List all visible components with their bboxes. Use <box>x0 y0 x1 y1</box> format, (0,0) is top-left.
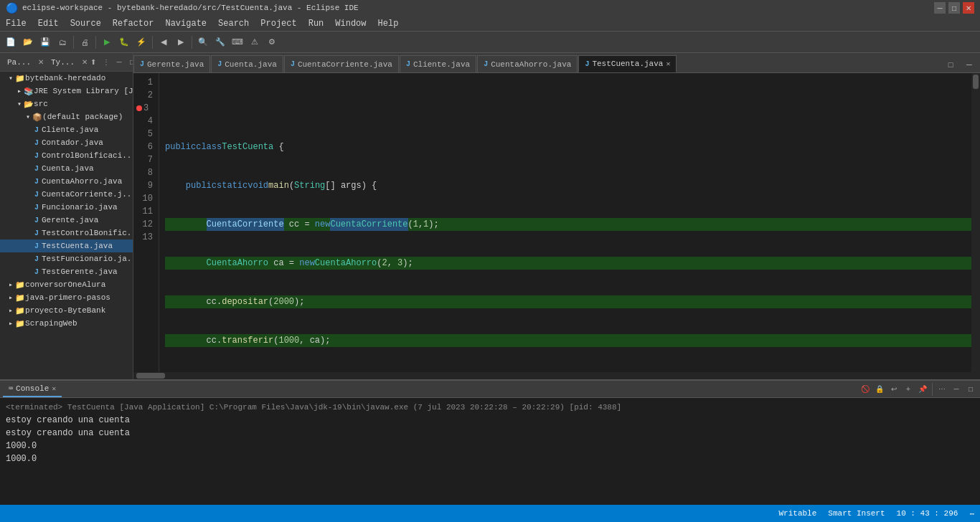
close-button[interactable]: ✕ <box>963 2 974 14</box>
console-button[interactable]: ⌨ <box>230 34 245 50</box>
chevron-right-icon: ▸ <box>9 319 13 328</box>
tree-conversor-project[interactable]: ▸ 📁 conversorOneAlura <box>0 278 133 291</box>
h-scrollbar-thumb[interactable] <box>136 373 165 379</box>
tree-contador-java[interactable]: J Contador.java <box>0 136 133 149</box>
new-button[interactable]: 📄 <box>3 34 19 50</box>
tree-label: TestFuncionario.ja... <box>42 255 133 263</box>
tab-cuentaahorro[interactable]: J CuentaAhorro.java <box>477 55 578 72</box>
save-button[interactable]: 💾 <box>37 34 53 50</box>
console-maximize-btn[interactable]: □ <box>964 383 977 396</box>
new-console-btn[interactable]: + <box>902 383 915 396</box>
menu-project[interactable]: Project <box>255 16 302 31</box>
horizontal-scrollbar[interactable] <box>133 372 980 379</box>
sidebar-menu-btn[interactable]: ⋮ <box>100 57 112 68</box>
console-tab-close[interactable]: ✕ <box>52 384 56 393</box>
console-tab-bar: ⌨ Console ✕ 🚫 🔒 ↩ + 📌 ⋯ ─ □ <box>0 381 980 398</box>
code-content[interactable]: public class TestCuenta { public static … <box>159 73 980 372</box>
sidebar-min-btn[interactable]: ─ <box>113 57 125 68</box>
settings-button[interactable]: ⚙ <box>264 34 280 50</box>
sidebar-tab-type[interactable]: Ty... <box>47 57 79 68</box>
java-icon: J <box>585 60 589 68</box>
sidebar-tab2-close[interactable]: ✕ <box>82 57 88 68</box>
tab-minimize-btn[interactable]: ─ <box>961 57 977 72</box>
status-right: Writable Smart Insert 10 : 43 : 296 ⋯ <box>779 509 974 518</box>
sidebar-collapse-btn[interactable]: ⬆ <box>88 57 99 68</box>
vertical-scrollbar[interactable] <box>971 73 980 372</box>
run-last-button[interactable]: ⚡ <box>133 34 149 50</box>
sidebar-max-btn[interactable]: □ <box>126 57 133 68</box>
tab-maximize-btn[interactable]: □ <box>943 57 958 72</box>
tree-cuentacorriente-java[interactable]: J CuentaCorriente.j... <box>0 188 133 201</box>
tree-cliente-java[interactable]: J Cliente.java <box>0 123 133 136</box>
open-button[interactable]: 📂 <box>20 34 36 50</box>
tree-src[interactable]: ▾ 📂 src <box>0 98 133 110</box>
chevron-right-icon: ▸ <box>9 280 13 289</box>
save-all-button[interactable]: 🗂 <box>55 34 70 50</box>
tree-java-primero[interactable]: ▸ 📁 java-primero-pasos <box>0 291 133 304</box>
scroll-lock-btn[interactable]: 🔒 <box>873 383 886 396</box>
console-tab[interactable]: ⌨ Console ✕ <box>3 381 62 397</box>
refactor-button[interactable]: 🔧 <box>212 34 228 50</box>
tree-label: proyecto-ByteBank <box>25 306 105 315</box>
tab-cuentacorriente[interactable]: J CuentaCorriente.java <box>284 55 399 72</box>
console-minimize-btn[interactable]: ─ <box>950 383 963 396</box>
debug-button[interactable]: 🐛 <box>116 34 132 50</box>
sidebar-tab-package[interactable]: Pa... <box>3 57 35 68</box>
tree-cuentaahorro-java[interactable]: J CuentaAhorro.java <box>0 175 133 188</box>
editor-area: J Gerente.java J Cuenta.java J CuentaCor… <box>133 53 980 379</box>
menu-edit[interactable]: Edit <box>32 16 65 31</box>
tree-funcionario-java[interactable]: J Funcionario.java <box>0 201 133 214</box>
menu-run[interactable]: Run <box>303 16 330 31</box>
menu-source[interactable]: Source <box>65 16 107 31</box>
menu-window[interactable]: Window <box>329 16 372 31</box>
tree-testcontrolbonific-java[interactable]: J TestControlBonific... <box>0 227 133 239</box>
console-icons-btn[interactable]: ⋯ <box>936 383 948 396</box>
clear-console-btn[interactable]: 🚫 <box>859 383 872 396</box>
run-button[interactable]: ▶ <box>99 34 115 50</box>
menu-search[interactable]: Search <box>212 16 255 31</box>
forward-button[interactable]: ▶ <box>173 34 189 50</box>
tree-label: JRE System Library [Java... <box>34 87 133 95</box>
tree-controlbonificaci-java[interactable]: J ControlBonificaci... <box>0 149 133 162</box>
search-button[interactable]: 🔍 <box>195 34 211 50</box>
tree-testfuncionario-java[interactable]: J TestFuncionario.ja... <box>0 252 133 265</box>
tree-scrapingweb[interactable]: ▸ 📁 ScrapingWeb <box>0 317 133 330</box>
tree-jre-library[interactable]: ▸ 📚 JRE System Library [Java... <box>0 85 133 98</box>
tree-testcuenta-java[interactable]: J TestCuenta.java <box>0 239 133 252</box>
tree-proyecto-bytebank[interactable]: ▸ 📁 proyecto-ByteBank <box>0 304 133 317</box>
tree-testgerente-java[interactable]: J TestGerente.java <box>0 265 133 278</box>
menu-refactor[interactable]: Refactor <box>107 16 160 31</box>
chevron-down-icon: ▾ <box>17 100 22 108</box>
menu-file[interactable]: File <box>0 16 32 31</box>
tree-label: Cuenta.java <box>42 164 94 173</box>
tab-cliente[interactable]: J Cliente.java <box>400 55 476 72</box>
java-file-icon: J <box>34 178 39 186</box>
code-line-1 <box>165 102 974 115</box>
tab-cuenta[interactable]: J Cuenta.java <box>211 55 283 72</box>
word-wrap-btn[interactable]: ↩ <box>887 383 900 396</box>
print-button[interactable]: 🖨 <box>77 34 93 50</box>
minimize-button[interactable]: ─ <box>934 2 946 14</box>
tree-cuenta-java[interactable]: J Cuenta.java <box>0 162 133 175</box>
menu-help[interactable]: Help <box>372 16 405 31</box>
maximize-button[interactable]: □ <box>948 2 960 14</box>
tab-gerente[interactable]: J Gerente.java <box>133 55 210 72</box>
tree-gerente-java[interactable]: J Gerente.java <box>0 214 133 227</box>
scrollbar-thumb[interactable] <box>973 75 979 89</box>
console-output-line-1: estoy creando una cuenta <box>6 414 974 427</box>
tree-project-bytebank[interactable]: ▾ 📁 bytebank-heredado <box>0 72 133 85</box>
menu-navigate[interactable]: Navigate <box>159 16 212 31</box>
tree-label: src <box>34 100 48 108</box>
tab-close-icon[interactable]: ✕ <box>666 60 670 68</box>
options-icon[interactable]: ⋯ <box>969 509 974 518</box>
chevron-down-icon: ▾ <box>26 113 30 121</box>
code-editor[interactable]: 1 2 3 4 5 6 7 8 9 10 11 12 13 public cla <box>133 73 980 372</box>
console-tabs: ⌨ Console ✕ <box>3 381 62 397</box>
back-button[interactable]: ◀ <box>156 34 171 50</box>
problems-button[interactable]: ⚠ <box>247 34 263 50</box>
tree-label: Gerente.java <box>42 216 98 224</box>
tree-default-package[interactable]: ▾ 📦 (default package) <box>0 110 133 123</box>
console-pin-btn[interactable]: 📌 <box>916 383 929 396</box>
tab-testcuenta[interactable]: J TestCuenta.java ✕ <box>578 55 677 72</box>
sidebar-tab-close[interactable]: ✕ <box>38 57 44 68</box>
